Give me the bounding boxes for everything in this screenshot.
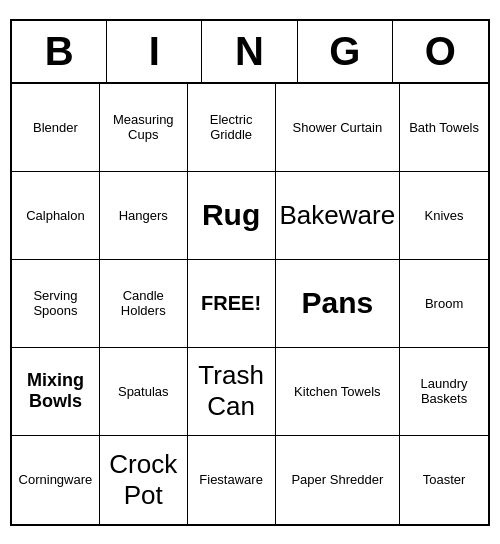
bingo-grid: BlenderMeasuring CupsElectric GriddleSho… xyxy=(12,84,488,524)
bingo-cell: Corningware xyxy=(12,436,100,524)
bingo-cell: FREE! xyxy=(188,260,276,348)
bingo-cell: Bakeware xyxy=(276,172,401,260)
header-letter: O xyxy=(393,21,488,82)
bingo-cell: Hangers xyxy=(100,172,188,260)
bingo-cell: Toaster xyxy=(400,436,488,524)
bingo-cell: Crock Pot xyxy=(100,436,188,524)
bingo-cell: Measuring Cups xyxy=(100,84,188,172)
bingo-cell: Knives xyxy=(400,172,488,260)
bingo-cell: Laundry Baskets xyxy=(400,348,488,436)
header-letter: I xyxy=(107,21,202,82)
header-letter: G xyxy=(298,21,393,82)
bingo-cell: Mixing Bowls xyxy=(12,348,100,436)
bingo-cell: Trash Can xyxy=(188,348,276,436)
bingo-cell: Shower Curtain xyxy=(276,84,401,172)
bingo-cell: Calphalon xyxy=(12,172,100,260)
header-letter: B xyxy=(12,21,107,82)
bingo-cell: Blender xyxy=(12,84,100,172)
bingo-cell: Fiestaware xyxy=(188,436,276,524)
bingo-card: BINGO BlenderMeasuring CupsElectric Grid… xyxy=(10,19,490,526)
bingo-cell: Kitchen Towels xyxy=(276,348,401,436)
bingo-cell: Paper Shredder xyxy=(276,436,401,524)
bingo-header: BINGO xyxy=(12,21,488,84)
bingo-cell: Rug xyxy=(188,172,276,260)
bingo-cell: Candle Holders xyxy=(100,260,188,348)
bingo-cell: Pans xyxy=(276,260,401,348)
bingo-cell: Bath Towels xyxy=(400,84,488,172)
bingo-cell: Spatulas xyxy=(100,348,188,436)
bingo-cell: Serving Spoons xyxy=(12,260,100,348)
bingo-cell: Electric Griddle xyxy=(188,84,276,172)
bingo-cell: Broom xyxy=(400,260,488,348)
header-letter: N xyxy=(202,21,297,82)
